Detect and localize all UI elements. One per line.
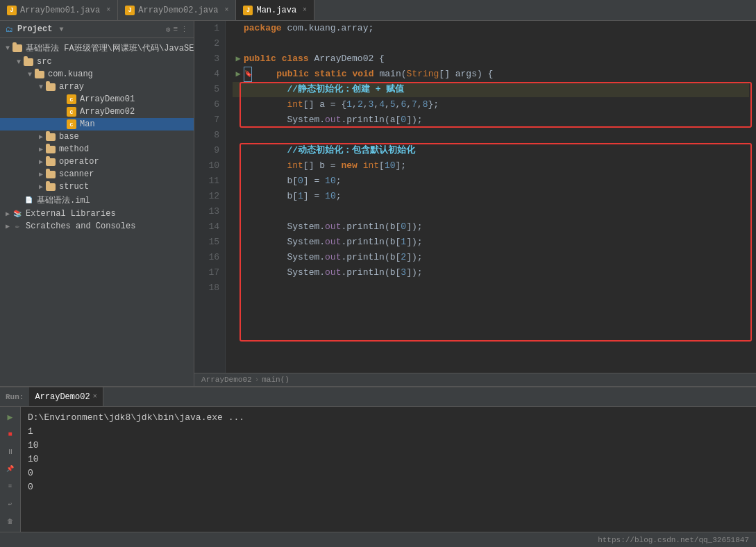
code-wrapper: package com.kuang.array; ▶ pu xyxy=(226,21,756,373)
base-label: base xyxy=(58,132,79,142)
project-icon: 🗂 xyxy=(6,25,13,34)
code-line-15: System.out.println(b[1]); xyxy=(233,235,749,250)
line3-content: public class ArrayDemo02 { xyxy=(244,51,385,67)
sidebar-title: Project xyxy=(17,24,52,34)
pause-button[interactable]: ⏸ xyxy=(3,444,18,459)
bottom-tab-close[interactable]: × xyxy=(93,393,97,401)
bottom-tab-label: ArrayDemo02 xyxy=(35,392,90,402)
scratches-label: Scratches and Consoles xyxy=(24,221,135,231)
class-icon-arraydemo01: C xyxy=(67,94,76,104)
bottom-sidebar: ▶ ■ ⏸ 📌 ≡ ↩ 🗑 xyxy=(0,407,21,532)
line-numbers: 1 2 3 4 5 6 7 8 9 10 11 12 13 14 15 16 1 xyxy=(194,21,226,373)
line8-content xyxy=(244,128,249,143)
line16-content: System.out.println(b[2]); xyxy=(244,250,423,265)
clear-button[interactable]: 🗑 xyxy=(3,514,18,529)
console-line-3: 10 xyxy=(28,453,749,466)
expand-arrow: ▼ xyxy=(3,44,12,52)
folder-icon-array xyxy=(46,83,56,91)
bottom-tab-arraydemo02[interactable]: ArrayDemo02 × xyxy=(29,387,103,406)
tree-com-kuang[interactable]: ▼ com.kuang xyxy=(0,68,194,81)
tab-arraydemo02[interactable]: J ArrayDemo02.java × xyxy=(118,0,236,20)
tab-close-1[interactable]: × xyxy=(106,6,110,14)
marker-8 xyxy=(233,128,244,143)
code-line-7: System.out.println(a[0]); xyxy=(233,112,749,128)
code-line-18 xyxy=(233,280,749,296)
folder-icon-com xyxy=(35,71,44,78)
status-bar: https://blog.csdn.net/qq_32651847 xyxy=(0,532,756,547)
code-line-17: System.out.println(b[3]); xyxy=(233,265,749,280)
tree-arraydemo02[interactable]: ▶ C ArrayDemo02 xyxy=(0,106,194,118)
tab-label-2: ArrayDemo02.java xyxy=(138,6,218,15)
collapse-icon[interactable]: ≡ xyxy=(173,25,178,34)
tree-operator[interactable]: ▶ operator xyxy=(0,155,194,168)
folder-icon-scanner xyxy=(46,171,56,178)
sidebar-header: 🗂 Project ▼ ⚙ ≡ ⋮ xyxy=(0,21,194,38)
console-line-1: 1 xyxy=(28,425,749,439)
pin-button[interactable]: 📌 xyxy=(3,462,18,476)
line15-content: System.out.println(b[1]); xyxy=(244,235,423,250)
breadcrumb-method: main() xyxy=(262,376,289,384)
tree-arraydemo01[interactable]: ▶ C ArrayDemo01 xyxy=(0,93,194,106)
content-area: 1 2 3 4 5 6 7 8 9 10 11 12 13 14 15 16 1 xyxy=(194,21,756,386)
marker-18 xyxy=(233,280,244,296)
tree-ext-libs[interactable]: ▶ 📚 External Libraries xyxy=(0,208,194,220)
console-output: D:\Environment\jdk8\jdk\bin\java.exe ...… xyxy=(21,407,756,532)
tab-close-3[interactable]: × xyxy=(303,6,307,14)
tab-close-2[interactable]: × xyxy=(224,6,228,14)
tab-bar: J ArrayDemo01.java × J ArrayDemo02.java … xyxy=(0,0,756,21)
gear-icon[interactable]: ⚙ xyxy=(166,25,171,34)
breadcrumb-bar: ArrayDemo02 › main() xyxy=(194,373,756,386)
tree-base[interactable]: ▶ base xyxy=(0,131,194,143)
wrap-button[interactable]: ↩ xyxy=(3,497,18,512)
code-editor[interactable]: 1 2 3 4 5 6 7 8 9 10 11 12 13 14 15 16 1 xyxy=(194,21,756,386)
com-arrow: ▼ xyxy=(25,71,35,78)
status-url: https://blog.csdn.net/qq_32651847 xyxy=(598,536,749,544)
code-line-11: b[0] = 10; xyxy=(233,174,749,189)
java-icon-3: J xyxy=(243,6,253,15)
settings-icon[interactable]: ⋮ xyxy=(180,25,188,34)
project-dropdown[interactable]: ▼ xyxy=(59,26,63,33)
tab-arraydemo01[interactable]: J ArrayDemo01.java × xyxy=(0,0,118,20)
sidebar-icons: ⚙ ≡ ⋮ xyxy=(166,25,188,34)
breadcrumb-file: ArrayDemo02 xyxy=(201,376,252,384)
scanner-label: scanner xyxy=(58,169,94,179)
code-line-9: //动态初始化：包含默认初始化 xyxy=(233,143,749,158)
code-line-1: package com.kuang.array; xyxy=(233,21,749,36)
code-line-5: //静态初始化：创建 + 赋值 xyxy=(233,82,749,97)
tree-scratches[interactable]: ▶ ✏ Scratches and Consoles xyxy=(0,220,194,233)
tree-method[interactable]: ▶ method xyxy=(0,143,194,155)
bottom-tabs: Run: ArrayDemo02 × xyxy=(0,387,756,407)
code-content: 1 2 3 4 5 6 7 8 9 10 11 12 13 14 15 16 1 xyxy=(194,21,756,373)
console-line-5: 0 xyxy=(28,480,749,494)
breadcrumb-separator: › xyxy=(255,376,260,384)
marker-5 xyxy=(233,82,244,97)
java-icon-2: J xyxy=(125,6,135,15)
tree-src[interactable]: ▼ src xyxy=(0,56,194,68)
marker-9 xyxy=(233,143,244,158)
folder-icon-method xyxy=(46,146,56,153)
code-line-6: int[] a = {1,2,3,4,5,6,7,8}; xyxy=(233,97,749,112)
play-button[interactable]: ▶ xyxy=(3,410,18,424)
run-label: Run: xyxy=(0,387,29,406)
class-icon-arraydemo02: C xyxy=(67,107,76,117)
tree-array[interactable]: ▼ array xyxy=(0,81,194,93)
bookmark-4: 🔖 xyxy=(244,67,252,82)
com-label: com.kuang xyxy=(47,69,93,79)
tree-scanner[interactable]: ▶ scanner xyxy=(0,168,194,180)
tab-man[interactable]: J Man.java × xyxy=(236,0,314,20)
scroll-button[interactable]: ≡ xyxy=(3,480,18,494)
tree-man[interactable]: ▶ C Man xyxy=(0,118,194,131)
marker-12 xyxy=(233,189,244,204)
tree-iml[interactable]: ▶ 📄 基础语法.iml xyxy=(0,193,194,208)
folder-icon-base xyxy=(46,133,56,141)
tree-struct[interactable]: ▶ struct xyxy=(0,180,194,193)
tree-root[interactable]: ▼ 基础语法 FA班级管理\网课班\代码\JavaSE\基础语... xyxy=(0,41,194,56)
line12-content: b[1] = 10; xyxy=(244,189,342,204)
run-arrow-3: ▶ xyxy=(235,51,240,67)
stop-button[interactable]: ■ xyxy=(3,427,18,441)
code-lines[interactable]: package com.kuang.array; ▶ pu xyxy=(226,21,756,373)
line9-content: //动态初始化：包含默认初始化 xyxy=(244,143,415,158)
line17-content: System.out.println(b[3]); xyxy=(244,265,423,280)
line11-content: b[0] = 10; xyxy=(244,174,342,189)
operator-arrow: ▶ xyxy=(36,158,46,166)
